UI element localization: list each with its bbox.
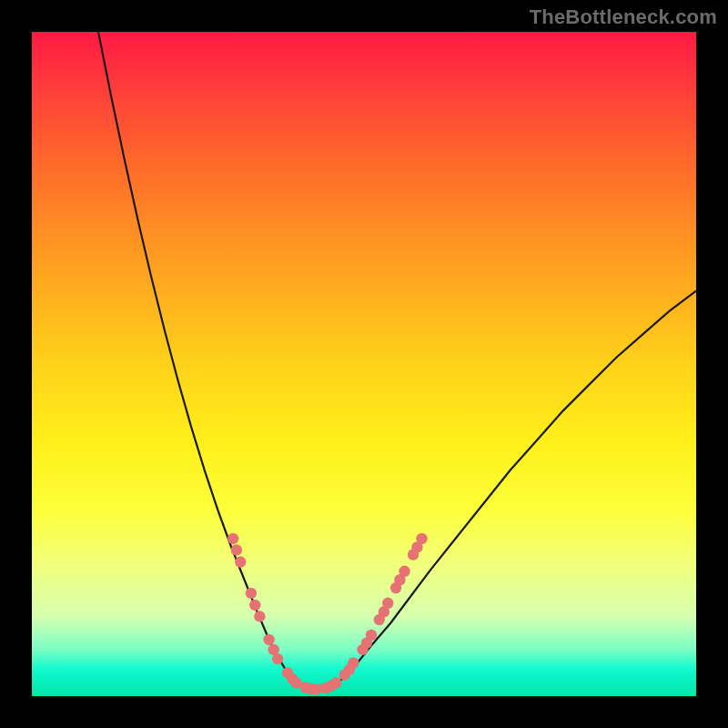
data-marker: [231, 544, 242, 555]
data-marker: [228, 533, 238, 544]
plot-area: [32, 32, 696, 696]
data-marker: [254, 611, 265, 622]
data-marker: [348, 657, 359, 668]
data-marker: [399, 566, 410, 577]
chart-svg: [32, 32, 696, 696]
data-marker: [382, 598, 393, 609]
watermark-text: TheBottleneck.com: [530, 5, 717, 29]
data-marker: [263, 634, 274, 645]
data-marker: [235, 556, 246, 567]
chart-container: TheBottleneck.com: [0, 0, 728, 728]
data-marker: [330, 677, 341, 688]
data-marker: [249, 600, 260, 611]
data-marker: [246, 588, 257, 599]
data-marker: [272, 653, 283, 664]
data-marker: [366, 630, 377, 641]
data-marker: [416, 533, 427, 544]
